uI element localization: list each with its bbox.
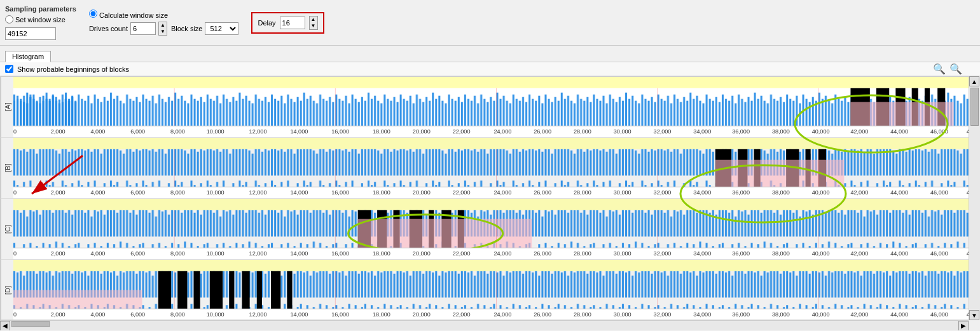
calc-window-label[interactable]: Calculate window size [89,10,168,19]
svg-text:38,000: 38,000 [772,250,790,257]
tab-histogram[interactable]: Histogram [5,51,51,62]
svg-text:34,000: 34,000 [693,189,711,196]
svg-text:22,000: 22,000 [453,311,471,318]
drives-row: Drives count 6 ▲ ▼ Block size 512 1024 2… [89,22,239,36]
window-value-input[interactable]: 49152 [5,27,56,40]
drives-input[interactable]: 6 [130,22,156,35]
svg-text:10,000: 10,000 [207,250,224,257]
svg-text:42,000: 42,000 [850,128,868,135]
svg-rect-236 [210,271,223,309]
v-scroll-thumb[interactable] [970,88,979,126]
calc-window-radio[interactable] [89,10,97,18]
delay-up-icon[interactable]: ▲ [310,17,317,23]
svg-text:4,000: 4,000 [91,250,106,257]
svg-text:24,000: 24,000 [493,250,511,257]
svg-rect-148 [13,199,979,210]
h-scroll-thumb[interactable] [11,321,50,327]
block-label: Block size [171,25,203,32]
drives-spinner-btn[interactable]: ▲ ▼ [158,22,167,36]
delay-input[interactable]: 16 [280,17,305,29]
svg-text:22,000: 22,000 [453,128,471,135]
svg-text:34,000: 34,000 [693,311,711,318]
svg-text:20,000: 20,000 [413,311,431,318]
svg-text:22,000: 22,000 [453,189,471,196]
svg-text:28,000: 28,000 [574,250,591,257]
svg-text:28,000: 28,000 [574,128,591,135]
svg-text:32,000: 32,000 [654,250,672,257]
chart-content-c: 0 2,000 4,000 6,000 8,000 10,000 12,000 … [13,199,979,259]
set-window-radio[interactable] [5,15,13,24]
svg-rect-237 [229,271,234,309]
svg-text:40,000: 40,000 [812,128,830,135]
sampling-group: Sampling parameters Set window size 4915… [5,5,76,40]
svg-rect-211 [13,260,979,271]
svg-text:40,000: 40,000 [812,250,830,257]
svg-text:30,000: 30,000 [614,189,631,196]
svg-text:18,000: 18,000 [373,128,390,135]
svg-text:4,000: 4,000 [91,189,106,196]
drives-up-icon[interactable]: ▲ [159,22,167,29]
tab-bar: Histogram [0,46,980,62]
svg-text:12,000: 12,000 [249,128,267,135]
svg-text:44,000: 44,000 [890,128,908,135]
svg-text:16,000: 16,000 [331,311,349,318]
delay-down-icon[interactable]: ▼ [310,23,317,29]
charts-container[interactable]: [A] [0,76,980,320]
svg-rect-235 [194,271,200,309]
scroll-up-btn[interactable]: ▲ [969,76,979,86]
svg-text:24,000: 24,000 [493,311,511,318]
sampling-title: Sampling parameters [5,5,76,13]
chart-row-b: [B] [1,138,979,199]
scroll-left-btn[interactable]: ◀ [0,321,10,331]
zoom-out-btn[interactable]: 🔍 [949,63,962,75]
scroll-right-btn[interactable]: ▶ [958,321,969,331]
svg-text:20,000: 20,000 [413,128,431,135]
svg-rect-240 [271,271,280,309]
svg-text:32,000: 32,000 [654,311,672,318]
chart-svg-a: 0 2,000 4,000 6,000 8,000 10,000 12,000 … [13,77,979,137]
svg-text:24,000: 24,000 [493,189,511,196]
svg-rect-238 [242,271,249,309]
svg-rect-50 [850,102,953,126]
svg-text:26,000: 26,000 [534,311,551,318]
drives-down-icon[interactable]: ▼ [159,29,167,35]
svg-text:38,000: 38,000 [772,311,790,318]
v-scroll-track[interactable] [969,86,980,310]
top-panel: Sampling parameters Set window size 4915… [0,0,980,46]
svg-text:12,000: 12,000 [249,250,267,257]
svg-text:44,000: 44,000 [890,311,908,318]
block-select[interactable]: 512 1024 2048 4096 [205,22,238,35]
chart-label-d: [D] [1,260,13,320]
svg-text:18,000: 18,000 [373,250,390,257]
svg-text:10,000: 10,000 [207,311,224,318]
svg-rect-239 [257,271,262,309]
zoom-in-btn[interactable]: 🔍 [933,63,946,75]
chart-label-c: [C] [1,199,13,259]
svg-text:8,000: 8,000 [170,128,185,135]
svg-rect-115 [715,160,845,187]
show-prob-checkbox[interactable] [5,65,13,73]
svg-text:0: 0 [13,311,17,318]
svg-text:38,000: 38,000 [772,189,790,196]
chart-label-a: [A] [1,77,13,137]
show-prob-row: Show probable beginnings of blocks 🔍 🔍 [0,62,980,76]
set-window-label[interactable]: Set window size [5,15,66,24]
v-scrollbar[interactable]: ▲ ▼ [969,76,980,320]
svg-text:24,000: 24,000 [493,128,511,135]
h-scroll-track[interactable] [10,321,958,330]
svg-text:30,000: 30,000 [614,250,631,257]
svg-text:44,000: 44,000 [890,250,908,257]
chart-content-b: 0 2,000 4,000 6,000 8,000 10,000 12,000 … [13,138,979,198]
delay-label: Delay [258,19,275,27]
h-scrollbar[interactable]: ◀ ▶ [0,320,969,330]
svg-text:20,000: 20,000 [413,189,431,196]
svg-text:8,000: 8,000 [170,189,185,196]
svg-text:46,000: 46,000 [930,250,948,257]
svg-text:0: 0 [13,250,17,257]
scroll-down-btn[interactable]: ▼ [969,310,979,320]
svg-text:10,000: 10,000 [207,189,224,196]
delay-spinner-btn[interactable]: ▲ ▼ [309,16,318,30]
svg-text:18,000: 18,000 [373,311,390,318]
charts-area: [A] [0,76,980,330]
svg-text:32,000: 32,000 [654,128,672,135]
